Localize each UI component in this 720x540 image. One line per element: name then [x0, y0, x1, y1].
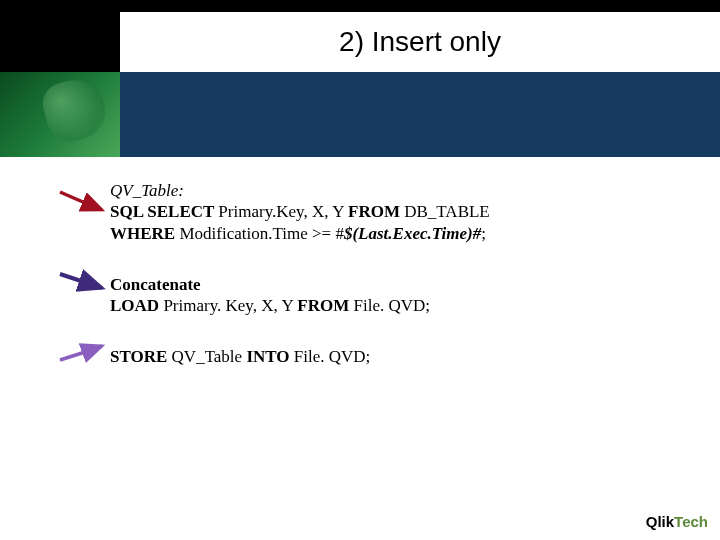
code-line: LOAD Primary. Key, X, Y FROM File. QVD;: [110, 295, 650, 316]
kw-store: STORE: [110, 347, 172, 366]
cols: Primary. Key, X, Y: [163, 296, 297, 315]
file: File. QVD;: [294, 347, 371, 366]
cond-c: ;: [481, 224, 486, 243]
kw-from: FROM: [348, 202, 404, 221]
blue-strip: [120, 72, 720, 157]
leaf-image: [0, 72, 120, 157]
arrow-icon: [58, 188, 113, 218]
kw-from: FROM: [297, 296, 353, 315]
code-block-3: STORE QV_Table INTO File. QVD;: [110, 346, 650, 367]
cond-a: Modification.Time >= #: [179, 224, 343, 243]
code-block-1: QV_Table: SQL SELECT Primary.Key, X, Y F…: [110, 180, 650, 244]
header-left-block: [0, 12, 120, 72]
arrow-icon: [58, 340, 113, 366]
code-line: Concatenate: [110, 274, 650, 295]
header-right: 2) Insert only: [120, 12, 720, 72]
header-row: 2) Insert only: [0, 12, 720, 72]
kw-load: LOAD: [110, 296, 163, 315]
file: File. QVD;: [354, 296, 431, 315]
qliktech-logo: QlikTech: [646, 513, 708, 530]
arrow-icon: [58, 270, 113, 300]
code-block-2: Concatenate LOAD Primary. Key, X, Y FROM…: [110, 274, 650, 317]
code-line: QV_Table:: [110, 180, 650, 201]
cond-b: $(Last.Exec.Time)#: [344, 224, 481, 243]
kw-sql-select: SQL SELECT: [110, 202, 218, 221]
code-line: WHERE Modification.Time >= #$(Last.Exec.…: [110, 223, 650, 244]
logo-part1: Qlik: [646, 513, 674, 530]
top-bar: [0, 0, 720, 12]
kw-into: INTO: [246, 347, 293, 366]
table: QV_Table: [172, 347, 247, 366]
table-label: QV_Table:: [110, 181, 184, 200]
table-name: DB_TABLE: [404, 202, 490, 221]
kw-concatenate: Concatenate: [110, 275, 201, 294]
code-line: SQL SELECT Primary.Key, X, Y FROM DB_TAB…: [110, 201, 650, 222]
cols: Primary.Key, X, Y: [218, 202, 348, 221]
code-line: STORE QV_Table INTO File. QVD;: [110, 346, 650, 367]
slide-title: 2) Insert only: [339, 26, 501, 58]
decor-strip: [0, 72, 720, 157]
kw-where: WHERE: [110, 224, 179, 243]
logo-part2: Tech: [674, 513, 708, 530]
slide: 2) Insert only QV_Table: SQL SELECT Prim…: [0, 0, 720, 540]
content-area: QV_Table: SQL SELECT Primary.Key, X, Y F…: [110, 180, 650, 398]
